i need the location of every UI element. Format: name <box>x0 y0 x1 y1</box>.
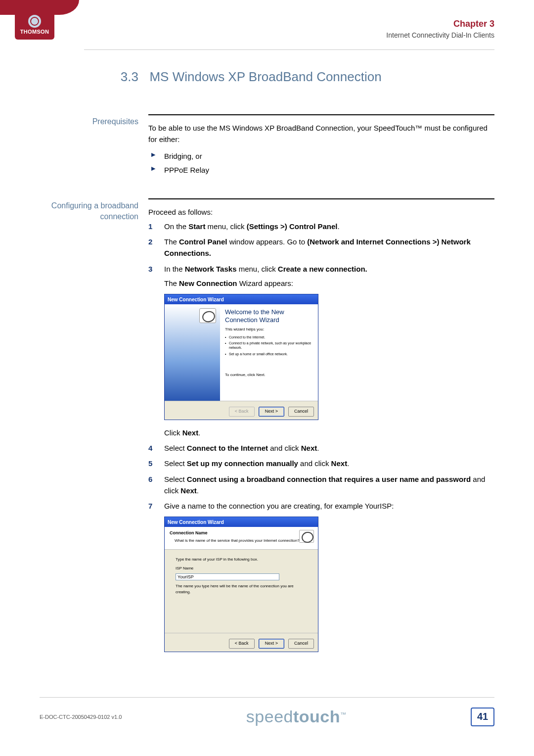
prerequisites-label: Prerequisites <box>40 116 138 127</box>
wizard-option: Set up a home or small office network. <box>225 352 313 356</box>
wizard-header: Connection Name What is the name of the … <box>165 527 318 549</box>
wizard-subheading: What is the name of the service that pro… <box>175 538 314 544</box>
isp-name-input[interactable] <box>176 573 279 580</box>
next-button[interactable]: Next > <box>259 407 284 417</box>
back-button[interactable]: < Back <box>229 407 255 417</box>
brand-name: THOMSON <box>20 29 49 35</box>
step-6: Select Connect using a broadband connect… <box>148 473 494 497</box>
prerequisites-block: Prerequisites To be able to use the MS W… <box>40 114 494 178</box>
prereq-list: Bridging, or PPPoE Relay <box>148 149 494 178</box>
step-4: Select Connect to the Internet and click… <box>148 442 494 454</box>
prereq-item: Bridging, or <box>148 149 494 164</box>
step-3-sub: The New Connection Wizard appears: <box>164 278 494 289</box>
footer: E-DOC-CTC-20050429-0102 v1.0 speedtouch™… <box>40 707 494 726</box>
cancel-button[interactable]: Cancel <box>288 407 314 417</box>
step-2: The Control Panel window appears. Go to … <box>148 236 494 259</box>
divider <box>148 114 494 115</box>
wizard-welcome: Welcome to the New Connection Wizard <box>225 308 313 324</box>
wizard-button-row: < Back Next > Cancel <box>165 633 318 652</box>
configuring-lead: Proceed as follows: <box>148 206 494 218</box>
chapter-title: Chapter 3 <box>386 19 494 29</box>
wizard-body: Type the name of your ISP in the followi… <box>165 550 318 633</box>
document-id: E-DOC-CTC-20050429-0102 v1.0 <box>40 714 122 720</box>
brand-logo: THOMSON <box>15 10 54 40</box>
wizard-titlebar: New Connection Wizard <box>165 294 318 304</box>
chapter-subtitle: Internet Connectivity Dial-In Clients <box>386 31 494 39</box>
prereq-item: PPPoE Relay <box>148 163 494 178</box>
divider <box>148 198 494 199</box>
header-rule <box>84 49 494 50</box>
step-3: In the Network Tasks menu, click Create … <box>148 263 494 439</box>
wizard-option: Connect to the Internet. <box>225 335 313 339</box>
next-button[interactable]: Next > <box>259 639 284 649</box>
step-7: Give a name to the connection you are cr… <box>148 500 494 652</box>
section-heading: 3.3 MS Windows XP BroadBand Connection <box>40 69 494 85</box>
configuring-label: Configuring a broadband connection <box>40 200 138 223</box>
step-5: Select Set up my connection manually and… <box>148 458 494 469</box>
wizard-button-row: < Back Next > Cancel <box>165 401 318 420</box>
isp-name-label: ISP Name <box>176 566 309 571</box>
globe-icon <box>28 15 41 28</box>
wizard-options: Connect to the Internet. Connect to a pr… <box>225 335 313 357</box>
wizard-dialog-1: New Connection Wizard Welcome to the New… <box>164 294 318 420</box>
wizard-helps: This wizard helps you: <box>225 327 313 332</box>
wizard-titlebar: New Connection Wizard <box>165 517 318 527</box>
prereq-intro: To be able to use the MS Windows XP Broa… <box>148 122 494 145</box>
step-1: On the Start menu, click (Settings >) Co… <box>148 221 494 232</box>
wizard-main: Welcome to the New Connection Wizard Thi… <box>220 304 318 401</box>
wizard-option: Connect to a private network, such as yo… <box>225 341 313 350</box>
header-right: Chapter 3 Internet Connectivity Dial-In … <box>386 19 494 39</box>
wizard-dialog-2: New Connection Wizard Connection Name Wh… <box>164 517 318 652</box>
wizard-hint: The name you type here will be the name … <box>176 583 309 596</box>
wizard-sidebar <box>165 304 220 401</box>
cancel-button[interactable]: Cancel <box>288 639 314 649</box>
step-3-after: Click Next. <box>164 427 494 438</box>
configuring-block: Configuring a broadband connection Proce… <box>40 198 494 652</box>
product-brand: speedtouch™ <box>246 707 347 726</box>
back-button[interactable]: < Back <box>229 639 255 649</box>
section-number: 3.3 <box>40 69 138 85</box>
footer-rule <box>40 697 494 698</box>
wizard-heading: Connection Name <box>170 530 314 537</box>
steps-list: On the Start menu, click (Settings >) Co… <box>148 221 494 652</box>
wizard-icon <box>199 308 216 323</box>
wizard-body: Welcome to the New Connection Wizard Thi… <box>165 304 318 401</box>
page-number: 41 <box>471 708 494 726</box>
wizard-icon <box>299 530 314 543</box>
wizard-continue: To continue, click Next. <box>225 372 313 378</box>
section-title: MS Windows XP BroadBand Connection <box>149 69 381 85</box>
page-content: 3.3 MS Windows XP BroadBand Connection P… <box>40 69 494 697</box>
wizard-prompt: Type the name of your ISP in the followi… <box>176 557 309 563</box>
